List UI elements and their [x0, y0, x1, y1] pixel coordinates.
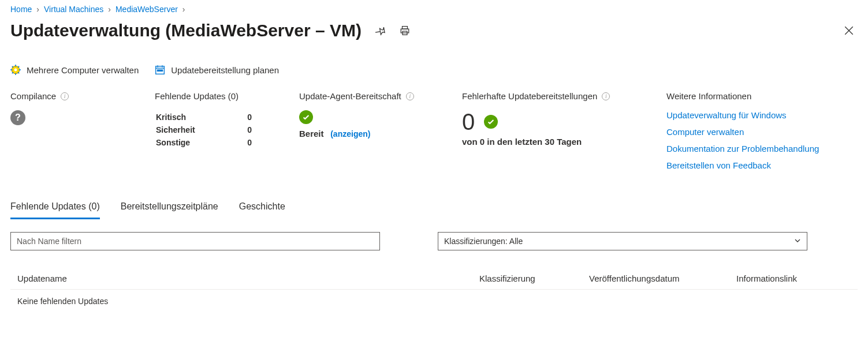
- table-header: Updatename Klassifizierung Veröffentlich…: [10, 268, 858, 290]
- gear-icon: [10, 65, 21, 75]
- close-button[interactable]: [844, 25, 858, 36]
- agent-show-link[interactable]: (anzeigen): [330, 129, 370, 138]
- missing-row-critical: Kritisch 0: [156, 111, 275, 123]
- question-icon: ?: [10, 110, 25, 125]
- svg-rect-10: [159, 70, 161, 71]
- missing-updates-card: Fehlende Updates (0) Kritisch 0 Sicherhe…: [155, 91, 299, 149]
- agent-readiness-label: Update-Agent-Bereitschaft: [299, 91, 401, 101]
- link-update-mgmt-windows[interactable]: Updateverwaltung für Windows: [666, 110, 835, 120]
- missing-security-label: Sicherheit: [156, 124, 225, 136]
- svg-rect-9: [158, 70, 159, 71]
- svg-rect-11: [162, 70, 163, 71]
- filter-row: Klassifizierungen: Alle: [10, 232, 858, 250]
- link-manage-computers[interactable]: Computer verwalten: [666, 127, 835, 137]
- missing-critical-value: 0: [226, 111, 275, 123]
- link-provide-feedback[interactable]: Bereitstellen von Feedback: [666, 160, 835, 170]
- toolbar: Mehrere Computer verwalten Updatebereits…: [10, 65, 858, 75]
- chevron-down-icon: [794, 237, 801, 246]
- breadcrumb-mediawebserver[interactable]: MediaWebServer: [116, 5, 178, 14]
- missing-security-value: 0: [226, 124, 275, 136]
- col-updatename[interactable]: Updatename: [17, 274, 479, 283]
- failed-deployments-label: Fehlerhafte Updatebereitstellungen: [462, 91, 597, 101]
- table-empty-message: Keine fehlenden Updates: [10, 290, 858, 313]
- missing-row-security: Sicherheit 0: [156, 124, 275, 136]
- col-info-link[interactable]: Informationslink: [736, 274, 851, 283]
- compliance-card: Compilance i ?: [10, 91, 155, 125]
- tabs: Fehlende Updates (0) Bereitstellungszeit…: [10, 198, 858, 219]
- stats-row: Compilance i ? Fehlende Updates (0) Krit…: [10, 91, 858, 170]
- schedule-deployment-button[interactable]: Updatebereitstellung planen: [155, 65, 279, 75]
- info-icon[interactable]: i: [406, 92, 414, 100]
- failed-count: 0: [462, 110, 475, 133]
- missing-row-other: Sonstige 0: [156, 137, 275, 148]
- agent-status-text: Bereit: [299, 129, 324, 138]
- classification-dropdown[interactable]: Klassifizierungen: Alle: [438, 232, 807, 250]
- more-info-card: Weitere Informationen Updateverwaltung f…: [666, 91, 858, 170]
- missing-critical-label: Kritisch: [156, 111, 225, 123]
- print-icon[interactable]: [400, 25, 410, 36]
- svg-rect-0: [402, 27, 407, 29]
- failed-subtext: von 0 in den letzten 30 Tagen: [462, 137, 643, 147]
- manage-multiple-label: Mehrere Computer verwalten: [27, 65, 139, 75]
- manage-multiple-computers-button[interactable]: Mehrere Computer verwalten: [10, 65, 139, 75]
- calendar-icon: [155, 65, 165, 75]
- check-circle-icon: [299, 110, 313, 124]
- classification-dropdown-value: Klassifizierungen: Alle: [444, 237, 523, 246]
- tab-missing-updates[interactable]: Fehlende Updates (0): [10, 198, 100, 219]
- header-actions: [375, 25, 410, 36]
- agent-readiness-card: Update-Agent-Bereitschaft i Bereit (anze…: [299, 91, 462, 138]
- more-info-label: Weitere Informationen: [666, 91, 751, 101]
- schedule-deployment-label: Updatebereitstellung planen: [171, 65, 279, 75]
- tab-deployment-schedules[interactable]: Bereitstellungszeitpläne: [121, 198, 218, 219]
- missing-updates-label: Fehlende Updates (0): [155, 91, 239, 101]
- breadcrumb-virtual-machines[interactable]: Virtual Machines: [44, 5, 103, 14]
- chevron-right-icon: ›: [182, 5, 185, 14]
- chevron-right-icon: ›: [36, 5, 39, 14]
- missing-other-label: Sonstige: [156, 137, 225, 148]
- failed-deployments-card: Fehlerhafte Updatebereitstellungen i 0 v…: [462, 91, 666, 147]
- breadcrumb: Home › Virtual Machines › MediaWebServer…: [10, 5, 858, 14]
- tab-history[interactable]: Geschichte: [239, 198, 285, 219]
- breadcrumb-home[interactable]: Home: [10, 5, 32, 14]
- name-filter-input[interactable]: [10, 232, 380, 250]
- updates-table: Updatename Klassifizierung Veröffentlich…: [10, 268, 858, 313]
- chevron-right-icon: ›: [108, 5, 111, 14]
- pin-icon[interactable]: [375, 25, 386, 36]
- info-icon[interactable]: i: [602, 92, 610, 100]
- col-publish-date[interactable]: Veröffentlichungsdatum: [589, 274, 736, 283]
- page-title: Updateverwaltung (MediaWebServer – VM): [10, 21, 362, 40]
- col-classification[interactable]: Klassifizierung: [479, 274, 589, 283]
- svg-point-4: [14, 69, 17, 72]
- page-header: Updateverwaltung (MediaWebServer – VM): [10, 21, 858, 40]
- link-troubleshooting-docs[interactable]: Dokumentation zur Problembehandlung: [666, 144, 835, 153]
- compliance-label: Compilance: [10, 91, 56, 101]
- check-circle-icon: [484, 115, 498, 129]
- info-icon[interactable]: i: [61, 92, 69, 100]
- missing-other-value: 0: [226, 137, 275, 148]
